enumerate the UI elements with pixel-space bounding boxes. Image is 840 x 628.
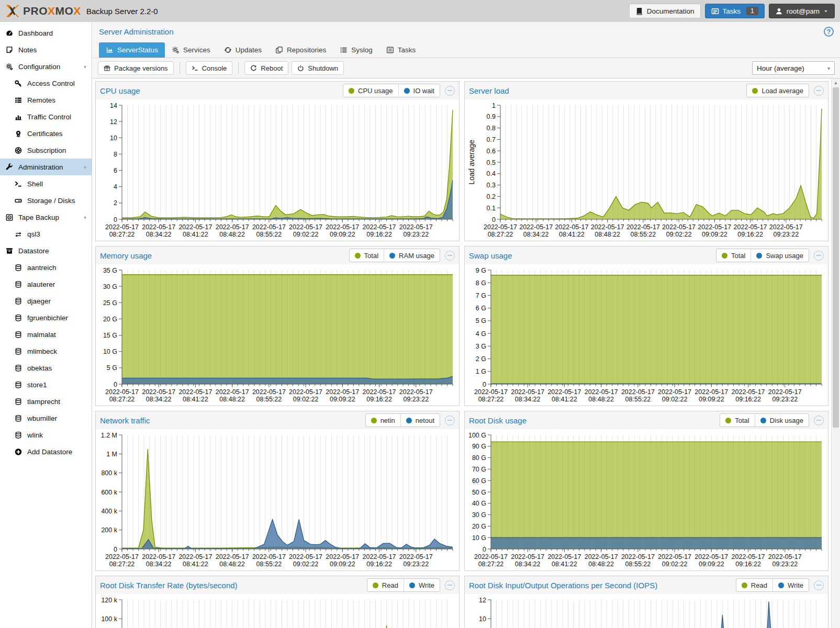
collapse-panel-button[interactable] [445, 416, 455, 425]
collapse-caret-icon[interactable]: ▾ [84, 64, 89, 70]
shutdown-button[interactable]: Shutdown [292, 61, 344, 75]
sidebar-item-administration[interactable]: Administration▾ [0, 159, 92, 175]
package-versions-button[interactable]: Package versions [98, 61, 174, 75]
reboot-button[interactable]: Reboot [244, 61, 288, 75]
sidebar-item-certificates[interactable]: Certificates [0, 125, 92, 142]
legend-item-total[interactable]: Total [350, 249, 384, 262]
tab-tasks[interactable]: Tasks [379, 42, 423, 58]
gears-icon [172, 46, 180, 54]
sidebar-item-djaeger[interactable]: djaeger [0, 293, 92, 309]
sidebar-item-notes[interactable]: Notes [0, 41, 92, 58]
tab-updates[interactable]: Updates [217, 42, 268, 58]
svg-text:2022-05-17: 2022-05-17 [768, 388, 802, 396]
legend-item-total[interactable]: Total [716, 249, 751, 262]
scroll-up-arrow-icon[interactable]: ▲ [832, 78, 840, 87]
svg-text:3 G: 3 G [476, 343, 486, 350]
sidebar-item-obektas[interactable]: obektas [0, 360, 92, 376]
sidebar-item-remotes[interactable]: Remotes [0, 92, 92, 108]
legend-item-write[interactable]: Write [404, 579, 440, 591]
sidebar-item-dashboard[interactable]: Dashboard [0, 25, 92, 41]
collapse-caret-icon[interactable]: ▾ [84, 164, 89, 170]
svg-text:2022-05-17: 2022-05-17 [626, 223, 660, 231]
sidebar-item-configuration[interactable]: Configuration▾ [0, 58, 92, 75]
legend-item-netin[interactable]: netin [366, 414, 400, 427]
sidebar-item-shell[interactable]: Shell [0, 175, 92, 192]
legend-item-swap-usage[interactable]: Swap usage [751, 249, 809, 262]
sidebar-item-aantreich[interactable]: aantreich [0, 259, 92, 276]
collapse-panel-button[interactable] [445, 580, 455, 590]
vertical-scrollbar[interactable]: ▲ [831, 78, 840, 628]
tasks-button[interactable]: Tasks 1 [705, 4, 765, 18]
sidebar-item-malmalat[interactable]: malmalat [0, 326, 92, 343]
panel-title: Memory usage [100, 251, 152, 260]
legend-item-io-wait[interactable]: IO wait [398, 84, 440, 97]
collapse-panel-button[interactable] [814, 580, 824, 590]
svg-text:08:48:22: 08:48:22 [219, 231, 245, 238]
legend-item-disk-usage[interactable]: Disk usage [755, 414, 809, 427]
legend-item-cpu-usage[interactable]: CPU usage [343, 84, 398, 97]
toolbar-buttons: Package versionsConsoleRebootShutdown [98, 61, 344, 75]
legend-item-netout[interactable]: netout [400, 414, 440, 427]
sidebar-item-wbumiller[interactable]: wbumiller [0, 410, 92, 427]
panel-header: Swap usageTotalSwap usage [465, 246, 828, 264]
sidebar-item-subscription[interactable]: Subscription [0, 142, 92, 159]
collapse-panel-button[interactable] [445, 251, 455, 261]
console-button[interactable]: Console [186, 61, 233, 75]
chart-legend: netinnetout [365, 413, 440, 427]
collapse-panel-button[interactable] [445, 86, 455, 96]
svg-text:4 G: 4 G [476, 330, 486, 338]
legend-item-load-average[interactable]: Load average [747, 84, 809, 97]
tab-syslog[interactable]: Syslog [333, 42, 379, 58]
svg-text:2022-05-17: 2022-05-17 [289, 388, 322, 396]
user-menu-button[interactable]: root@pam [769, 4, 835, 18]
collapse-panel-button[interactable] [814, 86, 824, 96]
collapse-caret-icon[interactable]: ▾ [84, 215, 89, 220]
sidebar-item-datastore[interactable]: Datastore [0, 242, 92, 259]
sidebar-item-fgruenbichler[interactable]: fgruenbichler [0, 309, 92, 326]
collapse-panel-button[interactable] [814, 416, 824, 425]
legend-item-write[interactable]: Write [772, 579, 809, 591]
sidebar-item-tape-backup[interactable]: Tape Backup▾ [0, 209, 92, 226]
sidebar-item-mlimbeck[interactable]: mlimbeck [0, 343, 92, 360]
panel-body: 00.10.20.30.40.50.60.70.80.912022-05-170… [465, 99, 828, 241]
database-icon [14, 264, 23, 272]
sidebar-item-tlamprecht[interactable]: tlamprecht [0, 393, 92, 410]
sidebar-item-alauterer[interactable]: alauterer [0, 276, 92, 293]
panel-network: Network trafficnetinnetout0200 k400 k600… [95, 411, 460, 571]
button-label: Shutdown [308, 64, 338, 72]
brand-part: PRO [23, 5, 48, 17]
sidebar-item-label: aantreich [27, 264, 57, 272]
tab-services[interactable]: Services [165, 42, 217, 58]
timeframe-select[interactable]: Hour (average) ▾ [752, 61, 835, 75]
sidebar-item-store1[interactable]: store1 [0, 376, 92, 393]
collapse-panel-button[interactable] [814, 251, 824, 261]
svg-text:08:27:22: 08:27:22 [109, 560, 135, 568]
sidebar-item-wlink[interactable]: wlink [0, 427, 92, 443]
svg-text:2022-05-17: 2022-05-17 [252, 388, 286, 396]
sidebar-item-label: Certificates [27, 130, 63, 138]
power-icon [297, 65, 304, 72]
brand-part: X [73, 5, 81, 17]
panel-body: 024681012142022-05-1708:27:222022-05-170… [96, 99, 459, 241]
tab-repositories[interactable]: Repositories [268, 42, 333, 58]
tab-serverstatus[interactable]: ServerStatus [99, 42, 165, 58]
svg-text:08:48:22: 08:48:22 [588, 560, 614, 568]
svg-text:2022-05-17: 2022-05-17 [734, 223, 767, 231]
scrollbar-thumb[interactable] [833, 87, 839, 428]
sidebar-item-storage-disks[interactable]: Storage / Disks [0, 192, 92, 209]
documentation-button[interactable]: Documentation [629, 4, 701, 18]
sidebar-item-traffic-control[interactable]: Traffic Control [0, 108, 92, 125]
svg-text:9 G: 9 G [476, 267, 486, 274]
legend-item-read[interactable]: Read [367, 579, 404, 591]
sidebar-item-add-datastore[interactable]: Add Datastore [0, 443, 92, 460]
svg-text:2022-05-17: 2022-05-17 [178, 553, 212, 560]
help-button[interactable]: ? [824, 27, 834, 37]
svg-text:2022-05-17: 2022-05-17 [768, 553, 802, 560]
legend-item-ram-usage[interactable]: RAM usage [384, 249, 440, 262]
sidebar-item-access-control[interactable]: Access Control [0, 75, 92, 92]
sidebar-item-qsl3[interactable]: qsl3 [0, 226, 92, 242]
legend-item-total[interactable]: Total [720, 414, 754, 427]
legend-item-read[interactable]: Read [736, 579, 772, 591]
brand-part: MO [55, 5, 74, 17]
svg-text:2022-05-17: 2022-05-17 [216, 223, 249, 231]
